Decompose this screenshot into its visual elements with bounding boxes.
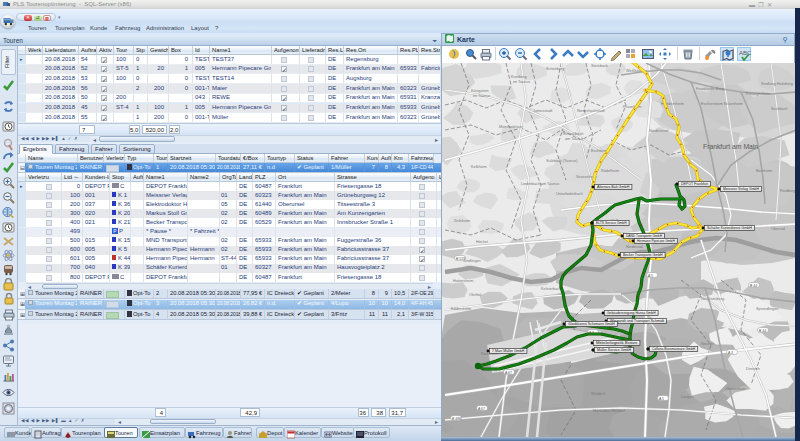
svg-text:Cellona Büromarware GmbH: Cellona Büromarware GmbH — [652, 347, 696, 351]
svg-text:Sprendlingen: Sprendlingen — [756, 307, 778, 311]
svg-text:Schönberg: Schönberg — [546, 67, 564, 71]
svg-text:Sindlingen: Sindlingen — [463, 259, 481, 263]
svg-text:Preungesheim: Preungesheim — [746, 92, 770, 96]
svg-text:A 3: A 3 — [728, 351, 733, 355]
svg-text:am Taunus: am Taunus — [565, 137, 584, 141]
svg-text:7 Marr Müller GmbH: 7 Marr Müller GmbH — [492, 349, 525, 353]
svg-text:Kelsterbach: Kelsterbach — [541, 287, 561, 291]
svg-text:Niederrad: Niederrad — [626, 245, 643, 249]
svg-text:ABC: ABC — [739, 50, 752, 56]
svg-text:Dreieich: Dreieich — [746, 367, 760, 371]
svg-text:Höchst: Höchst — [476, 240, 489, 244]
svg-text:Königstein: Königstein — [471, 89, 489, 93]
svg-text:Eschersheim Eckenheim: Eschersheim Eckenheim — [701, 102, 743, 106]
svg-text:B 44: B 44 — [750, 284, 757, 288]
svg-text:Wiegandt und Transport Schmidt: Wiegandt und Transport Schmidt — [610, 319, 664, 323]
svg-text:Zeilsheim: Zeilsheim — [454, 219, 470, 223]
svg-text:Riedberg: Riedberg — [780, 189, 795, 193]
svg-text:B 486: B 486 — [452, 417, 461, 421]
svg-text:Walldorf: Walldorf — [591, 392, 606, 396]
svg-text:Gebäudereinigung Hansa GmbH: Gebäudereinigung Hansa GmbH — [607, 311, 656, 315]
svg-text:A 5: A 5 — [648, 274, 653, 278]
svg-text:Niederursel: Niederursel — [649, 129, 669, 133]
svg-text:Altenius Bali GmbH: Altenius Bali GmbH — [597, 185, 630, 189]
svg-text:Götzenhain: Götzenhain — [726, 387, 745, 391]
svg-text:Frankfurter Berg: Frankfurter Berg — [696, 87, 724, 91]
svg-text:Meissner Verlag GmbH: Meissner Verlag GmbH — [723, 187, 759, 191]
svg-text:B 44: B 44 — [759, 329, 766, 333]
svg-text:Frankfurt am Main: Frankfurt am Main — [703, 143, 758, 150]
svg-text:Bornheim: Bornheim — [756, 169, 772, 173]
svg-text:A 5: A 5 — [659, 397, 664, 401]
svg-text:Glasbläserei Schemann GmbH: Glasbläserei Schemann GmbH — [568, 322, 615, 326]
svg-text:Siedlung Heilsberg: Siedlung Heilsberg — [761, 82, 793, 86]
svg-text:Schäfer Kurierdienst GmbH: Schäfer Kurierdienst GmbH — [707, 226, 752, 230]
svg-text:DEPOT Frankfurt: DEPOT Frankfurt — [681, 182, 708, 186]
svg-text:Neu-Isenburg: Neu-Isenburg — [701, 297, 724, 301]
svg-text:Mittelerlogistik Brötze: Mittelerlogistik Brötze — [596, 341, 637, 345]
svg-text:Hermann Pipecare GmbH: Hermann Pipecare GmbH — [637, 239, 675, 243]
svg-text:Kelkheim: Kelkheim — [471, 165, 487, 169]
svg-text:Eddersheim: Eddersheim — [451, 307, 471, 311]
svg-text:Hattersheim: Hattersheim — [453, 279, 473, 283]
svg-text:A 67: A 67 — [505, 371, 512, 375]
svg-text:Sulzbach (Taunus): Sulzbach (Taunus) — [546, 159, 578, 163]
svg-text:Niederhochstadt: Niederhochstadt — [577, 109, 606, 113]
svg-text:Steinbach: Steinbach — [591, 64, 608, 68]
svg-text:DAND Transporte GmbH: DAND Transporte GmbH — [626, 234, 662, 238]
svg-text:Schwalbach: Schwalbach — [563, 132, 583, 136]
svg-text:Mörfelden-Walldorf: Mörfelden-Walldorf — [593, 409, 626, 413]
svg-text:Rödelheim: Rödelheim — [601, 169, 619, 173]
svg-text:im Taunus: im Taunus — [473, 94, 490, 98]
svg-text:Eschborn: Eschborn — [591, 149, 607, 153]
svg-text:A 67: A 67 — [478, 407, 485, 411]
svg-text:Limesstadt: Limesstadt — [534, 109, 553, 113]
svg-text:Okriftel: Okriftel — [469, 293, 481, 297]
svg-text:B 519: B 519 — [456, 257, 465, 261]
svg-text:Neurott: Neurott — [701, 342, 714, 346]
svg-text:Liederbach am Taunus: Liederbach am Taunus — [521, 182, 559, 186]
svg-text:Oberrad: Oberrad — [771, 227, 785, 231]
svg-text:ELTS Service GmbH: ELTS Service GmbH — [596, 221, 627, 225]
svg-text:Müller Service GmbH: Müller Service GmbH — [597, 348, 632, 352]
svg-text:Unterliederbach: Unterliederbach — [556, 192, 583, 196]
svg-text:im Taunus: im Taunus — [513, 80, 530, 84]
svg-text:Becker Transporte GmbH: Becker Transporte GmbH — [623, 253, 663, 257]
svg-text:Seckbach: Seckbach — [771, 107, 788, 111]
svg-text:Kronberg: Kronberg — [511, 75, 527, 79]
svg-text:Langen: Langen — [681, 395, 694, 399]
svg-text:Mammolshain: Mammolshain — [499, 125, 523, 129]
